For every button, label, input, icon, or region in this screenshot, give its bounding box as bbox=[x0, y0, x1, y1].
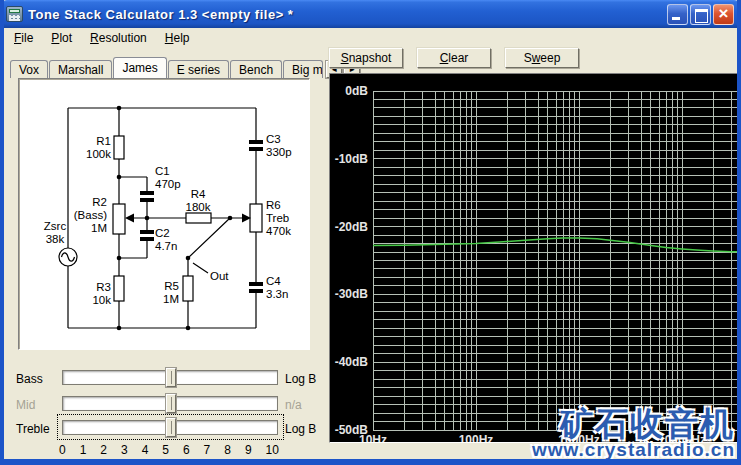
svg-text:-40dB: -40dB bbox=[335, 355, 369, 369]
svg-text:-10dB: -10dB bbox=[335, 152, 369, 166]
svg-text:Zsrc: Zsrc bbox=[44, 220, 67, 232]
bass-label: Bass bbox=[16, 372, 43, 386]
frequency-response-plot: 0dB-10dB-20dB-30dB-40dB-50dB10Hz100Hz100… bbox=[329, 73, 741, 443]
svg-text:10k: 10k bbox=[92, 294, 111, 306]
menu-resolution[interactable]: Resolution bbox=[90, 31, 147, 45]
menu-help[interactable]: Help bbox=[165, 31, 190, 45]
svg-text:R3: R3 bbox=[96, 281, 111, 293]
svg-text:10000Hz: 10000Hz bbox=[658, 433, 706, 442]
tab-vox[interactable]: Vox bbox=[10, 60, 48, 78]
maximize-button[interactable] bbox=[690, 4, 711, 25]
treble-label: Treble bbox=[16, 422, 50, 436]
svg-text:1000Hz: 1000Hz bbox=[558, 433, 599, 442]
svg-text:-20dB: -20dB bbox=[335, 220, 369, 234]
bass-taper-label: Log B bbox=[285, 372, 316, 386]
tone-stack-tabs: Vox Marshall James E series Bench Big mu… bbox=[10, 58, 360, 78]
svg-text:4.7n: 4.7n bbox=[155, 240, 177, 252]
svg-text:R2: R2 bbox=[92, 196, 107, 208]
plot-canvas: 0dB-10dB-20dB-30dB-40dB-50dB10Hz100Hz100… bbox=[330, 74, 740, 442]
mid-slider bbox=[62, 396, 278, 411]
svg-text:R1: R1 bbox=[96, 135, 111, 147]
svg-text:0dB: 0dB bbox=[345, 84, 368, 98]
scale-2: 2 bbox=[100, 443, 107, 457]
svg-text:470p: 470p bbox=[155, 178, 181, 190]
circuit-diagram: Zsrc38kR1100kC1470pR2(Bass)1MC24.7nR310k… bbox=[19, 79, 309, 349]
bass-slider-thumb[interactable] bbox=[166, 368, 176, 387]
svg-text:Treb: Treb bbox=[266, 212, 289, 224]
scale-5: 5 bbox=[162, 443, 169, 457]
svg-text:180k: 180k bbox=[186, 201, 211, 213]
scale-0: 0 bbox=[59, 443, 66, 457]
close-button[interactable] bbox=[713, 4, 734, 25]
scale-1: 1 bbox=[80, 443, 87, 457]
svg-text:38k: 38k bbox=[46, 233, 65, 245]
tab-big-muff[interactable]: Big mu bbox=[283, 60, 323, 78]
svg-text:R5: R5 bbox=[164, 280, 179, 292]
svg-text:C3: C3 bbox=[266, 133, 281, 145]
svg-text:C2: C2 bbox=[155, 227, 170, 239]
tab-e-series[interactable]: E series bbox=[168, 60, 229, 78]
scale-6: 6 bbox=[183, 443, 190, 457]
tab-bench[interactable]: Bench bbox=[230, 60, 282, 78]
svg-text:Out: Out bbox=[210, 270, 229, 282]
scale-9: 9 bbox=[245, 443, 252, 457]
clear-button[interactable]: Clear bbox=[417, 48, 491, 68]
mid-taper-label: n/a bbox=[285, 398, 302, 412]
scale-8: 8 bbox=[224, 443, 231, 457]
mid-label: Mid bbox=[16, 398, 35, 412]
mid-slider-thumb bbox=[166, 394, 176, 413]
scale-3: 3 bbox=[121, 443, 128, 457]
snapshot-button[interactable]: Snapshot bbox=[329, 48, 403, 68]
tab-marshall[interactable]: Marshall bbox=[49, 60, 112, 78]
app-window: Tone Stack Calculator 1.3 <empty file> *… bbox=[0, 0, 741, 465]
tab-james[interactable]: James bbox=[113, 57, 166, 78]
svg-text:100k: 100k bbox=[86, 148, 111, 160]
svg-text:C4: C4 bbox=[266, 275, 281, 287]
menu-file[interactable]: File bbox=[14, 31, 33, 45]
treble-taper-label: Log B bbox=[285, 422, 316, 436]
svg-text:1M: 1M bbox=[163, 293, 179, 305]
svg-text:R6: R6 bbox=[266, 199, 281, 211]
svg-text:-30dB: -30dB bbox=[335, 287, 369, 301]
svg-text:330p: 330p bbox=[266, 146, 292, 158]
scale-4: 4 bbox=[142, 443, 149, 457]
scale-7: 7 bbox=[204, 443, 211, 457]
minimize-button[interactable] bbox=[667, 4, 688, 25]
treble-focus-rect bbox=[57, 414, 284, 440]
svg-text:100Hz: 100Hz bbox=[459, 433, 494, 442]
svg-text:3.3n: 3.3n bbox=[266, 288, 288, 300]
bass-slider[interactable] bbox=[62, 370, 278, 385]
svg-text:R4: R4 bbox=[191, 188, 206, 200]
svg-text:(Bass): (Bass) bbox=[74, 209, 107, 221]
svg-text:10Hz: 10Hz bbox=[359, 433, 387, 442]
svg-text:C1: C1 bbox=[155, 165, 170, 177]
window-title: Tone Stack Calculator 1.3 <empty file> * bbox=[28, 7, 293, 22]
svg-text:1M: 1M bbox=[91, 222, 107, 234]
scale-10: 10 bbox=[266, 443, 279, 457]
bass-slider-row: Bass Log B bbox=[4, 369, 324, 391]
menu-plot[interactable]: Plot bbox=[51, 31, 72, 45]
menu-bar: File Plot Resolution Help bbox=[4, 28, 737, 48]
svg-text:470k: 470k bbox=[266, 225, 291, 237]
title-bar[interactable]: Tone Stack Calculator 1.3 <empty file> * bbox=[0, 0, 741, 28]
slider-scale: 0 1 2 3 4 5 6 7 8 9 10 bbox=[59, 443, 279, 457]
schematic-panel: Zsrc38kR1100kC1470pR2(Bass)1MC24.7nR310k… bbox=[18, 78, 310, 350]
calculator-icon bbox=[6, 6, 23, 22]
sweep-button[interactable]: Sweep bbox=[505, 48, 579, 68]
